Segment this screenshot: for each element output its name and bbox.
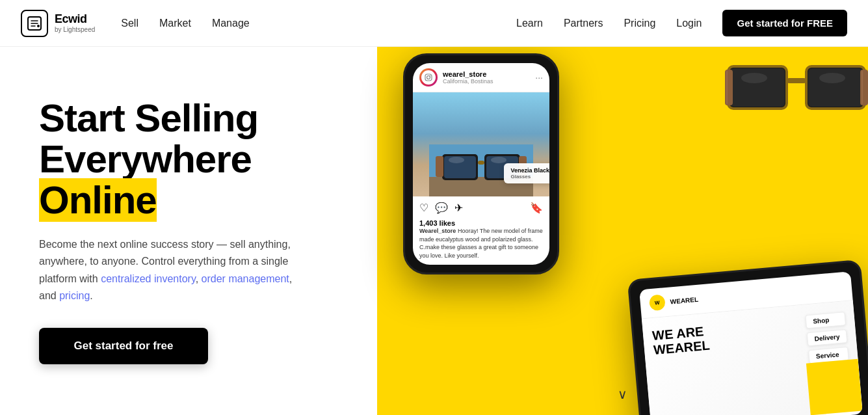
tablet-yellow-accent: [806, 359, 863, 415]
phone-mockup: wearel_store California, Bostinas ···: [403, 53, 572, 274]
insta-avatar: [419, 68, 438, 87]
hero-description: Become the next online success story — s…: [39, 236, 312, 305]
tablet-pill-shop[interactable]: Shop: [805, 312, 846, 328]
hero-section: Start Selling Everywhere Online Become t…: [0, 47, 868, 415]
insta-save-icon[interactable]: 🔖: [530, 202, 543, 214]
nav-right: Learn Partners Pricing Login Get started…: [516, 10, 847, 36]
insta-header: wearel_store California, Bostinas ···: [413, 63, 549, 92]
svg-point-1: [37, 25, 40, 27]
svg-point-26: [491, 157, 506, 163]
svg-point-15: [430, 75, 431, 77]
insta-likes: 1,403 likes: [413, 219, 549, 227]
logo-sub: by Lightspeed: [55, 26, 95, 33]
svg-point-11: [741, 73, 767, 83]
insta-caption-username: Wearel_store: [419, 228, 456, 234]
product-label: Venezia Black Glasses: [504, 163, 549, 183]
insta-left-actions: ♡ 💬 ✈: [419, 202, 463, 214]
insta-like-icon[interactable]: ♡: [419, 202, 428, 214]
logo-text: Ecwid by Lightspeed: [55, 13, 95, 33]
tablet-logo-circle: W: [649, 294, 666, 311]
insta-user-info: wearel_store California, Bostinas: [443, 70, 493, 85]
nav-sell[interactable]: Sell: [121, 18, 138, 29]
tablet-brand: WEAREL: [670, 295, 698, 305]
nav-cta-button[interactable]: Get started for FREE: [722, 10, 847, 36]
hero-right: wearel_store California, Bostinas ···: [377, 47, 868, 415]
phone-screen: wearel_store California, Bostinas ···: [413, 63, 549, 265]
nav-links-left: Sell Market Manage: [121, 18, 249, 29]
hero-cta-button[interactable]: Get started for free: [39, 328, 208, 364]
insta-logo-icon: [424, 73, 433, 82]
sunglasses-decoration: [725, 53, 855, 131]
tablet-body: W WEAREL WE ARE WEAREL Shop Delivery Ser…: [627, 260, 868, 415]
tablet-nav-pills: Shop Delivery Service: [805, 312, 848, 364]
svg-rect-9: [860, 70, 868, 105]
nav-pricing[interactable]: Pricing: [624, 18, 655, 29]
svg-point-12: [819, 73, 845, 83]
logo-svg: [27, 16, 42, 31]
nav-left: Ecwid by Lightspeed Sell Market Manage: [21, 10, 250, 37]
nav-partners[interactable]: Partners: [564, 18, 603, 29]
logo-icon: [21, 10, 48, 37]
hero-desc-link-inventory[interactable]: centralized inventory: [101, 273, 196, 284]
product-sub: Glasses: [510, 174, 549, 180]
phone-body: wearel_store California, Bostinas ···: [403, 53, 559, 274]
svg-rect-8: [726, 71, 728, 104]
hero-left: Start Selling Everywhere Online Become t…: [0, 47, 377, 415]
tablet-pill-delivery[interactable]: Delivery: [807, 329, 848, 346]
product-name: Venezia Black: [510, 167, 549, 174]
logo[interactable]: Ecwid by Lightspeed: [21, 10, 95, 37]
svg-point-14: [427, 76, 430, 79]
svg-rect-22: [478, 161, 484, 165]
logo-name: Ecwid: [55, 13, 95, 26]
svg-point-25: [449, 157, 464, 163]
nav-manage[interactable]: Manage: [212, 18, 250, 29]
insta-location: California, Bostinas: [443, 78, 493, 85]
scroll-indicator[interactable]: ∨: [618, 386, 627, 402]
nav-market[interactable]: Market: [159, 18, 191, 29]
insta-more-icon: ···: [535, 72, 543, 83]
svg-rect-7: [725, 70, 733, 105]
insta-comment-icon[interactable]: 💬: [435, 202, 448, 214]
navbar: Ecwid by Lightspeed Sell Market Manage L…: [0, 0, 868, 47]
svg-rect-13: [425, 74, 432, 81]
insta-actions-bar: ♡ 💬 ✈ 🔖: [413, 196, 549, 219]
insta-avatar-inner: [421, 70, 436, 85]
svg-rect-23: [436, 156, 443, 177]
tablet-hero-area: WE ARE WEAREL Shop Delivery Service: [642, 301, 863, 415]
svg-rect-10: [861, 71, 863, 104]
hero-title-line2: Everywhere Online: [39, 137, 252, 222]
tablet-mockup: W WEAREL WE ARE WEAREL Shop Delivery Ser…: [634, 269, 868, 415]
hero-desc-link-pricing[interactable]: pricing: [59, 290, 90, 301]
hero-desc-link-order[interactable]: order management: [202, 273, 289, 284]
sunglasses-svg: [725, 53, 868, 125]
svg-rect-6: [787, 78, 806, 83]
tablet-screen: W WEAREL WE ARE WEAREL Shop Delivery Ser…: [639, 271, 863, 415]
insta-username: wearel_store: [443, 70, 493, 78]
nav-learn[interactable]: Learn: [516, 18, 543, 29]
hero-title: Start Selling Everywhere Online: [39, 98, 377, 221]
insta-share-icon[interactable]: ✈: [454, 202, 463, 214]
hero-title-highlight: Online: [39, 178, 157, 222]
insta-image: Venezia Black Glasses: [413, 92, 549, 196]
nav-login[interactable]: Login: [676, 18, 702, 29]
insta-caption: Wearel_store Hooray! The new model of fr…: [413, 227, 549, 265]
hero-title-line1: Start Selling: [39, 96, 258, 140]
